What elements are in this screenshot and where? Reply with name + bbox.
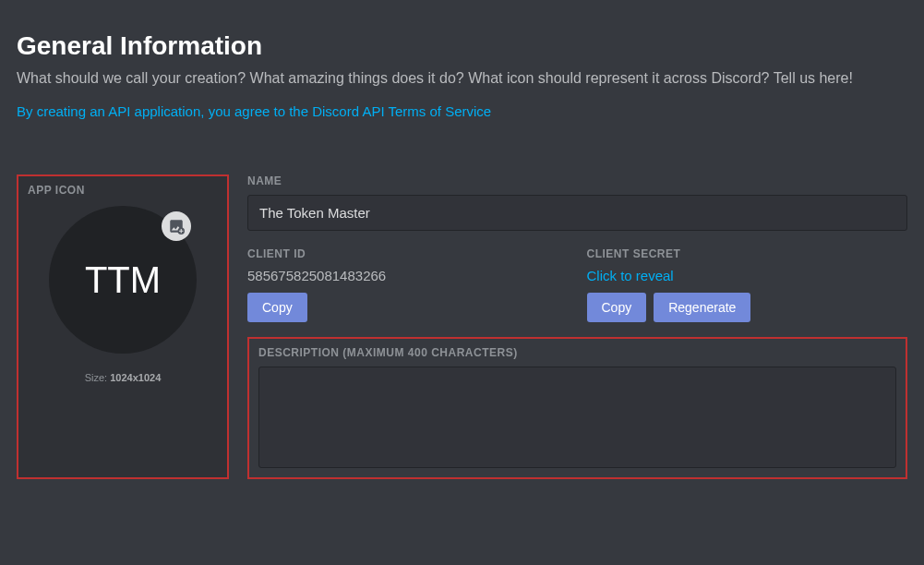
regenerate-button[interactable]: Regenerate [654, 293, 750, 322]
name-input[interactable] [247, 195, 907, 231]
app-icon-size: Size: 1024x1024 [85, 372, 162, 383]
size-value: 1024x1024 [110, 372, 161, 383]
client-secret-reveal[interactable]: Click to reveal [587, 268, 908, 283]
client-secret-label: CLIENT SECRET [587, 247, 908, 260]
description-input[interactable] [258, 367, 896, 468]
client-secret-section: CLIENT SECRET Click to reveal Copy Regen… [587, 247, 908, 322]
name-label: NAME [247, 174, 907, 187]
client-id-label: CLIENT ID [247, 247, 569, 260]
tos-link[interactable]: By creating an API application, you agre… [17, 103, 491, 119]
app-icon-panel: APP ICON TTM Size: 1024x1024 [17, 174, 229, 479]
client-id-value: 585675825081483266 [247, 268, 569, 283]
page-subtitle: What should we call your creation? What … [17, 68, 907, 89]
copy-client-secret-button[interactable]: Copy [587, 293, 647, 322]
copy-client-id-button[interactable]: Copy [247, 293, 307, 322]
image-upload-icon[interactable] [162, 211, 191, 241]
client-id-section: CLIENT ID 585675825081483266 Copy [247, 247, 569, 322]
app-icon-upload[interactable]: TTM [49, 206, 197, 354]
page-title: General Information [17, 31, 907, 61]
description-panel: DESCRIPTION (MAXIMUM 400 CHARACTERS) [247, 337, 907, 479]
description-label: DESCRIPTION (MAXIMUM 400 CHARACTERS) [258, 346, 896, 359]
app-icon-label: APP ICON [28, 184, 85, 197]
size-prefix: Size: [85, 372, 107, 383]
